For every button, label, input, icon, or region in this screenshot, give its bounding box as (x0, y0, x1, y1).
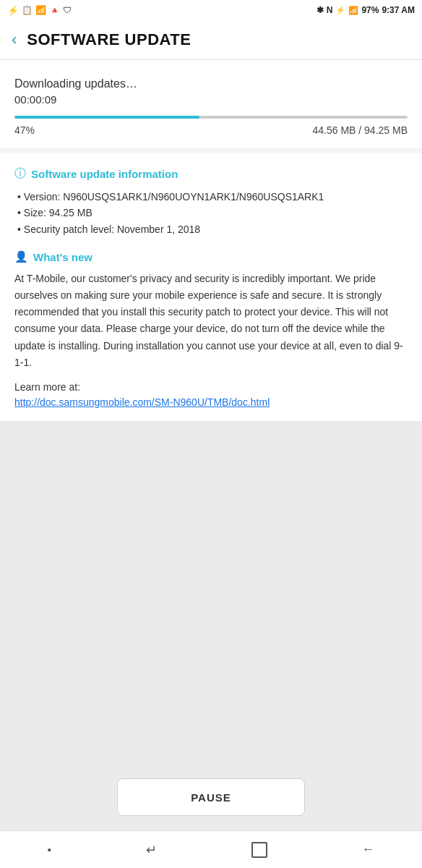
whats-new-header: 👤 What's new (14, 250, 408, 263)
learn-more-link[interactable]: http://doc.samsungmobile.com/SM-N960U/TM… (14, 396, 270, 408)
learn-more-label: Learn more at: (14, 381, 408, 393)
nav-recent-icon[interactable]: ↵ (146, 842, 157, 858)
clock: 9:37 AM (382, 5, 415, 15)
header: ‹ SOFTWARE UPDATE (0, 20, 422, 60)
info-icon: ⓘ (14, 166, 26, 182)
pause-button[interactable]: PAUSE (117, 778, 305, 816)
sim-icon: 📋 (22, 5, 33, 15)
nav-dot-icon[interactable]: ● (47, 846, 51, 854)
bluetooth-icon: ✱ (316, 5, 324, 15)
mountain-icon: 🔺 (49, 5, 60, 15)
bolt-icon: ⚡ (7, 5, 19, 16)
back-button[interactable]: ‹ (12, 30, 17, 49)
update-info-header: ⓘ Software update information (14, 166, 408, 182)
update-info-list: Version: N960USQS1ARK1/N960UOYN1ARK1/N96… (14, 189, 408, 237)
signal-boost-icon: ⚡ (335, 6, 345, 15)
progress-size: 44.56 MB / 94.25 MB (312, 124, 408, 136)
whats-new-title: What's new (33, 251, 92, 263)
wifi-icon: 📶 (35, 5, 46, 15)
signal-icon: 📶 (348, 6, 358, 15)
bottom-button-area: PAUSE (0, 767, 422, 830)
status-left-icons: ⚡ 📋 📶 🔺 🛡 (7, 5, 72, 16)
whats-new-section: 👤 What's new At T-Mobile, our customer's… (14, 250, 408, 408)
download-time: 00:00:09 (14, 93, 408, 106)
nfc-icon: N (327, 5, 333, 15)
battery-level: 97% (361, 5, 379, 15)
person-icon: 👤 (14, 250, 28, 263)
progress-bar-track (14, 116, 408, 119)
nav-back-icon[interactable]: ← (362, 842, 375, 857)
status-bar: ⚡ 📋 📶 🔺 🛡 ✱ N ⚡ 📶 97% 9:37 AM (0, 0, 422, 20)
gray-spacer (0, 421, 422, 767)
update-info-section: ⓘ Software update information Version: N… (0, 153, 422, 421)
nav-home-icon[interactable] (251, 842, 267, 858)
download-section: Downloading updates… 00:00:09 47% 44.56 … (0, 60, 422, 148)
status-right-info: ✱ N ⚡ 📶 97% 9:37 AM (316, 5, 415, 15)
progress-bar-fill (14, 116, 199, 119)
nav-bar: ● ↵ ← (0, 830, 422, 868)
info-item-version: Version: N960USQS1ARK1/N960UOYN1ARK1/N96… (14, 189, 408, 205)
download-status-text: Downloading updates… (14, 77, 408, 90)
whats-new-body: At T-Mobile, our customer's privacy and … (14, 271, 408, 371)
progress-info-row: 47% 44.56 MB / 94.25 MB (14, 124, 408, 136)
progress-percent: 47% (14, 124, 35, 136)
info-item-security: Security patch level: November 1, 2018 (14, 221, 408, 237)
info-item-size: Size: 94.25 MB (14, 205, 408, 221)
shield-icon: 🛡 (63, 5, 72, 15)
update-info-title: Software update information (31, 168, 178, 180)
page-title: SOFTWARE UPDATE (27, 30, 191, 49)
